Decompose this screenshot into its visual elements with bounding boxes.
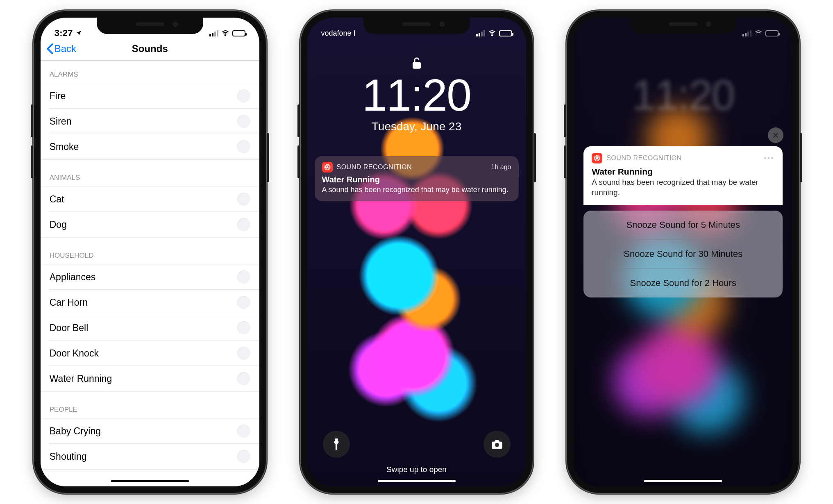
notification-card[interactable]: SOUND RECOGNITION ••• Water Running A so… [583, 146, 783, 205]
notification-expanded: SOUND RECOGNITION ••• Water Running A so… [583, 146, 783, 297]
battery-icon [765, 30, 779, 36]
svg-rect-2 [413, 62, 421, 69]
radio-unselected[interactable] [237, 425, 250, 438]
page-title: Sounds [132, 43, 168, 54]
radio-unselected[interactable] [237, 140, 250, 153]
cell-signal-icon [209, 30, 218, 36]
sound-row-siren[interactable]: Siren [41, 109, 259, 134]
carrier-label: vodafone I [321, 29, 356, 38]
svg-point-6 [495, 443, 499, 447]
notch [97, 18, 203, 34]
sound-row-door-knock[interactable]: Door Knock [41, 341, 259, 366]
home-indicator[interactable] [378, 480, 456, 482]
wifi-icon [754, 30, 763, 37]
sound-row-fire[interactable]: Fire [41, 83, 259, 109]
radio-unselected[interactable] [237, 450, 250, 463]
radio-unselected[interactable] [237, 321, 250, 334]
notification-title: Water Running [322, 175, 511, 184]
sound-recognition-app-icon [592, 153, 602, 163]
location-icon [75, 30, 82, 36]
sound-row-appliances[interactable]: Appliances [41, 264, 259, 290]
lock-time: 11:20 [362, 73, 471, 118]
notch [630, 18, 736, 34]
radio-unselected[interactable] [237, 115, 250, 128]
home-indicator[interactable] [644, 480, 722, 482]
radio-unselected[interactable] [237, 270, 250, 284]
lock-center: 11:20 Tuesday, June 23 [307, 18, 526, 486]
section-header-animals: ANIMALS [41, 160, 259, 186]
svg-point-1 [491, 35, 492, 36]
snooze-30-min-button[interactable]: Snooze Sound for 30 Minutes [583, 240, 783, 269]
svg-point-0 [225, 35, 226, 36]
radio-unselected[interactable] [237, 296, 250, 309]
status-time: 3:27 [54, 28, 73, 39]
back-label: Back [54, 43, 76, 54]
notification-card[interactable]: SOUND RECOGNITION 1h ago Water Running A… [315, 156, 519, 201]
swipe-hint: Swipe up to open [386, 465, 447, 474]
snooze-2-hours-button[interactable]: Snooze Sound for 2 Hours [583, 269, 783, 297]
notification-actions: Snooze Sound for 5 Minutes Snooze Sound … [583, 211, 783, 297]
sound-row-shouting[interactable]: Shouting [41, 444, 259, 469]
wifi-icon [221, 30, 230, 37]
cell-signal-icon [742, 30, 751, 36]
screen-lockscreen: vodafone I 11:20 Tuesday, June 23 [307, 18, 526, 486]
svg-point-3 [327, 166, 328, 168]
sound-recognition-app-icon [322, 162, 333, 173]
snooze-5-min-button[interactable]: Snooze Sound for 5 Minutes [583, 211, 783, 240]
sound-row-dog[interactable]: Dog [41, 212, 259, 237]
section-header-people: PEOPLE [41, 392, 259, 418]
sound-row-car-horn[interactable]: Car Horn [41, 290, 259, 315]
more-icon[interactable]: ••• [764, 154, 774, 162]
radio-unselected[interactable] [237, 347, 250, 360]
notification-title: Water Running [592, 167, 774, 177]
notification-app-name: SOUND RECOGNITION [337, 163, 412, 171]
sound-row-smoke[interactable]: Smoke [41, 134, 259, 159]
close-button[interactable] [768, 127, 783, 143]
radio-unselected[interactable] [237, 372, 250, 385]
notification-body: A sound has been recognized that may be … [322, 185, 511, 195]
sound-row-door-bell[interactable]: Door Bell [41, 315, 259, 341]
sound-row-cat[interactable]: Cat [41, 186, 259, 212]
notification-header: SOUND RECOGNITION 1h ago [322, 162, 511, 173]
notification-body: A sound has been recognized that may be … [592, 177, 774, 198]
battery-icon [232, 30, 245, 36]
radio-unselected[interactable] [237, 218, 250, 231]
settings-list[interactable]: ALARMS Fire Siren Smoke ANIMALS Cat Dog … [41, 61, 259, 486]
notch [363, 18, 470, 34]
notification-app-name: SOUND RECOGNITION [606, 154, 682, 162]
phone-frame-notification-expanded: 11:20 SOUND RECOGNITION ••• Water Runnin… [566, 10, 800, 494]
svg-point-9 [596, 157, 598, 159]
notification-timestamp: 1h ago [491, 163, 511, 171]
notification-header: SOUND RECOGNITION ••• [592, 153, 774, 163]
phone-frame-lockscreen: vodafone I 11:20 Tuesday, June 23 [300, 10, 533, 494]
lock-actions [307, 431, 526, 458]
home-indicator[interactable] [111, 480, 189, 482]
back-button[interactable]: Back [46, 43, 76, 54]
screen-settings: 3:27 Back Sounds ALARMS [41, 18, 259, 486]
sound-row-baby-crying[interactable]: Baby Crying [41, 418, 259, 444]
lock-date: Tuesday, June 23 [372, 120, 461, 133]
radio-unselected[interactable] [237, 193, 250, 206]
battery-icon [499, 30, 512, 36]
cell-signal-icon [476, 30, 485, 36]
screen-notification-expanded: 11:20 SOUND RECOGNITION ••• Water Runnin… [574, 18, 792, 486]
camera-button[interactable] [483, 431, 511, 458]
wifi-icon [488, 30, 497, 37]
radio-unselected[interactable] [237, 89, 250, 102]
lock-time-background: 11:20 [574, 71, 792, 120]
section-header-alarms: ALARMS [41, 61, 259, 83]
phone-frame-settings: 3:27 Back Sounds ALARMS [33, 10, 267, 494]
section-header-household: HOUSEHOLD [41, 238, 259, 264]
sound-row-water-running[interactable]: Water Running [41, 366, 259, 391]
flashlight-button[interactable] [323, 431, 350, 458]
